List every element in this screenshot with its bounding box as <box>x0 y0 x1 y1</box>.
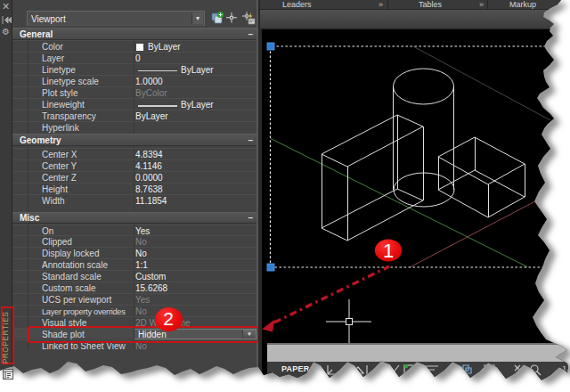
svg-text:1: 1 <box>383 240 394 262</box>
